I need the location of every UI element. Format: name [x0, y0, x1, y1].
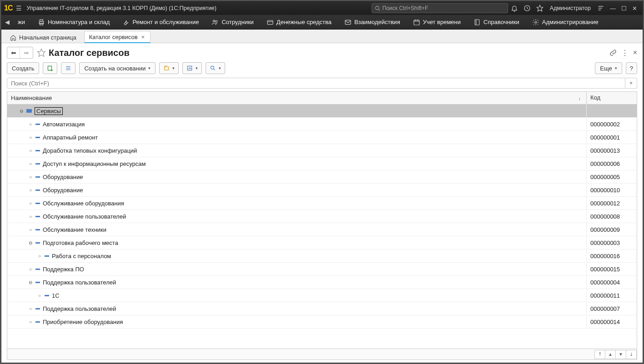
table-row[interactable]: ○Обслуживание оборудования000000012 — [7, 197, 637, 210]
tab-close-icon[interactable]: × — [141, 34, 145, 40]
tree-expander-icon[interactable]: ○ — [36, 293, 43, 298]
table-row[interactable]: ○Поддержка пользователей000000007 — [7, 302, 637, 315]
table-row[interactable]: ○Работа с персоналом000000016 — [7, 249, 637, 263]
tree-expander-icon[interactable]: ○ — [36, 254, 43, 259]
create-button[interactable]: Создать — [7, 62, 39, 74]
cell-name: ○Обслуживание техники — [7, 223, 587, 236]
cell-name: ○Обслуживание оборудования — [7, 197, 587, 209]
menu-item-timetracking[interactable]: Учет времени — [413, 19, 461, 26]
settings-bars-icon[interactable] — [597, 5, 604, 12]
cell-code: 000000001 — [587, 134, 637, 141]
row-name: Доступ к информационным ресурсам — [43, 160, 146, 167]
window-minimize-icon[interactable]: — — [610, 5, 616, 12]
grid-body[interactable]: ⊖Сервисы○Автоматизация000000002○Аппаратн… — [7, 105, 637, 349]
help-button[interactable]: ? — [626, 62, 637, 74]
tree-expander-icon[interactable]: ○ — [27, 319, 34, 324]
table-row[interactable]: ○Оборудование000000005 — [7, 170, 637, 184]
row-name: Обслуживание пользователей — [43, 213, 126, 220]
table-row[interactable]: ○Автоматизация000000002 — [7, 118, 637, 131]
table-row[interactable]: ○Обслуживание техники000000009 — [7, 223, 637, 236]
kebab-menu-icon[interactable]: ⋮ — [621, 49, 629, 57]
list-view-button[interactable] — [61, 62, 75, 74]
column-header-code[interactable]: Код — [587, 92, 637, 104]
cell-name: ○Обслуживание пользователей — [7, 210, 587, 223]
menu-item-directories[interactable]: Справочники — [473, 19, 519, 26]
scroll-top-icon[interactable]: ⤒ — [594, 350, 605, 359]
tree-expander-icon[interactable]: ⊖ — [27, 240, 34, 245]
table-row[interactable]: ○Доступ к информационным ресурсам0000000… — [7, 157, 637, 170]
tree-expander-icon[interactable]: ○ — [27, 201, 34, 206]
favorite-star-icon[interactable] — [37, 48, 46, 57]
tree-expander-icon[interactable]: ○ — [27, 135, 34, 140]
hamburger-icon[interactable]: ☰ — [16, 5, 22, 12]
window-maximize-icon[interactable]: ☐ — [621, 5, 627, 12]
menu-item-money[interactable]: Денежные средства — [267, 19, 332, 26]
row-name: Обслуживание оборудования — [43, 200, 124, 207]
tree-expander-icon[interactable]: ⊖ — [27, 280, 34, 285]
menu-item-repair[interactable]: Ремонт и обслуживание — [122, 19, 199, 26]
nav-back-button[interactable]: ⬅ — [7, 47, 20, 58]
row-name: Поддержка ПО — [43, 266, 84, 273]
mail-icon — [344, 19, 352, 26]
printer-icon — [38, 19, 45, 26]
item-icon — [35, 137, 40, 138]
tree-expander-icon[interactable]: ○ — [27, 122, 34, 127]
more-button[interactable]: Еще▾ — [595, 62, 622, 74]
menu-scroll-left-icon[interactable]: ◀ — [3, 19, 11, 25]
table-row[interactable]: ○1С000000011 — [7, 289, 637, 302]
tree-expander-icon[interactable]: ⊖ — [18, 109, 25, 114]
menu-item-nomenclature[interactable]: Номенклатура и склад — [38, 19, 110, 26]
cell-code: 000000008 — [587, 213, 637, 220]
grid-search-clear-icon[interactable]: × — [625, 78, 637, 89]
folder-icon — [26, 109, 32, 113]
tree-expander-icon[interactable]: ○ — [27, 306, 34, 311]
current-user[interactable]: Администратор — [550, 5, 591, 11]
menu-item-truncated[interactable]: жи — [18, 19, 25, 25]
link-icon[interactable] — [609, 49, 617, 56]
table-row[interactable]: ○Обслуживание пользователей000000008 — [7, 210, 637, 223]
tree-expander-icon[interactable]: ○ — [27, 188, 34, 193]
cell-name: ⊖Подготовка рабочего места — [7, 236, 587, 249]
tree-expander-icon[interactable]: ○ — [27, 267, 34, 272]
scroll-down-icon[interactable]: ▼ — [615, 350, 626, 359]
global-search-placeholder: Поиск Ctrl+Shift+F — [382, 5, 428, 11]
cell-name: ○Доступ к информационным ресурсам — [7, 157, 587, 170]
tab-services-catalog[interactable]: Каталог сервисов × — [84, 31, 151, 43]
create-based-on-button[interactable]: Создать на основании▾ — [79, 62, 156, 74]
table-row[interactable]: ○Аппаратный ремонт000000001 — [7, 131, 637, 144]
report-button[interactable]: ▾ — [182, 62, 202, 74]
window-close-icon[interactable]: ✕ — [632, 5, 637, 12]
table-row[interactable]: ⊖Подготовка рабочего места000000003 — [7, 236, 637, 249]
menu-item-administration[interactable]: Администрирование — [532, 19, 599, 26]
table-row[interactable]: ⊖Поддержка пользователей000000004 — [7, 276, 637, 289]
search-button[interactable]: ▾ — [206, 62, 225, 74]
column-header-name[interactable]: Наименование ↓ — [7, 92, 587, 104]
bell-icon[interactable] — [511, 5, 518, 12]
menu-item-interactions[interactable]: Взаимодействия — [344, 19, 400, 26]
tree-expander-icon[interactable]: ○ — [27, 214, 34, 219]
star-icon[interactable] — [536, 5, 543, 12]
tree-expander-icon[interactable]: ○ — [27, 148, 34, 153]
table-row[interactable]: ○Поддержка ПО000000015 — [7, 263, 637, 276]
scroll-bottom-icon[interactable]: ⤓ — [626, 350, 637, 359]
table-row[interactable]: ○Оборудование000000010 — [7, 184, 637, 197]
scroll-up-icon[interactable]: ▲ — [605, 350, 616, 359]
tree-expander-icon[interactable]: ○ — [27, 227, 34, 232]
menu-item-employees[interactable]: Сотрудники — [211, 19, 253, 26]
table-row[interactable]: ○Доработка типовых конфигураций000000013 — [7, 144, 637, 157]
nav-forward-button[interactable]: ➡ — [20, 47, 33, 58]
grid-search-input[interactable] — [7, 78, 625, 89]
create-folder-button[interactable] — [43, 62, 57, 74]
table-row[interactable]: ⊖Сервисы — [7, 105, 637, 118]
row-name: Приобретение оборудования — [43, 319, 123, 325]
tree-expander-icon[interactable]: ○ — [27, 175, 34, 180]
attach-button[interactable]: ▾ — [159, 62, 179, 74]
tab-home[interactable]: Начальная страница — [5, 31, 82, 43]
svg-line-1 — [378, 9, 380, 10]
wrench-icon — [122, 19, 130, 26]
history-icon[interactable] — [523, 5, 531, 12]
close-page-icon[interactable]: × — [633, 49, 637, 57]
tree-expander-icon[interactable]: ○ — [27, 161, 34, 166]
table-row[interactable]: ○Приобретение оборудования000000014 — [7, 315, 637, 329]
global-search-input[interactable]: Поиск Ctrl+Shift+F — [372, 3, 508, 13]
